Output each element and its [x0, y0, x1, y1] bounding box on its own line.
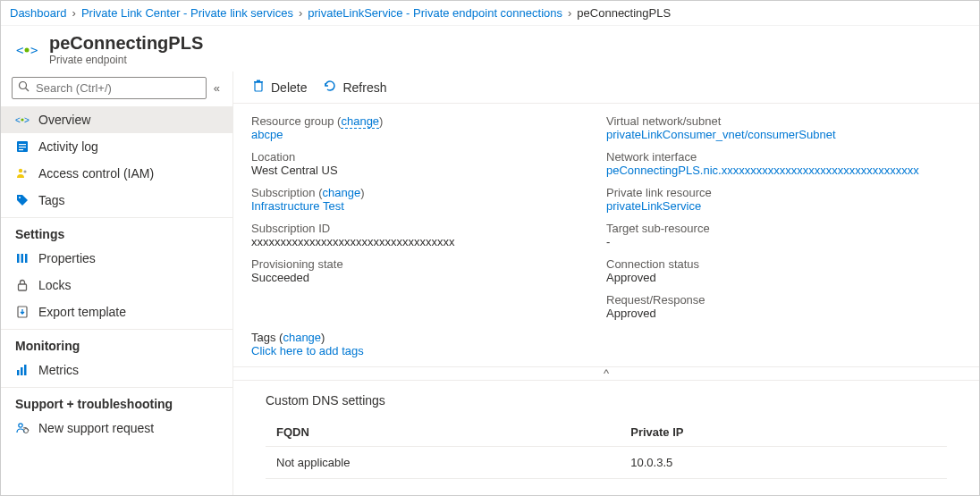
sidebar: « <> Overview Activity log Access contro… [1, 71, 233, 496]
svg-line-4 [26, 88, 30, 92]
svg-point-1 [25, 47, 30, 52]
svg-point-14 [19, 197, 21, 198]
svg-rect-21 [21, 367, 23, 375]
sidebar-section-monitoring: Monitoring [1, 329, 232, 357]
sidebar-item-properties[interactable]: Properties [1, 245, 232, 272]
subscription-change-link[interactable]: change [323, 186, 361, 199]
prop-vnet-subnet: Virtual network/subnet privateLinkConsum… [606, 114, 961, 141]
essentials-collapse-handle[interactable]: ^ [233, 366, 979, 381]
dns-col-ip: Private IP [620, 418, 947, 447]
delete-button[interactable]: Delete [251, 79, 307, 96]
nic-link[interactable]: peConnectingPLS.nic.xxxxxxxxxxxxxxxxxxxx… [606, 164, 919, 177]
dns-table: FQDN Private IP Not applicable 10.0.3.5 [266, 418, 947, 479]
sidebar-section-settings: Settings [1, 217, 232, 245]
properties-icon [15, 251, 30, 265]
toolbar: Delete Refresh [233, 71, 979, 104]
svg-point-3 [20, 82, 27, 89]
sidebar-item-label: Export template [38, 305, 126, 319]
sidebar-item-metrics[interactable]: Metrics [1, 357, 232, 383]
tags-change-link[interactable]: change [283, 331, 321, 344]
svg-point-12 [19, 169, 22, 172]
prop-connection-status: Connection status Approved [606, 257, 961, 284]
prop-resource-group: Resource group (change) abcpe [251, 114, 606, 141]
chevron-right-icon: › [299, 6, 302, 20]
svg-rect-22 [24, 365, 27, 375]
chevron-up-icon: ^ [604, 366, 609, 380]
sidebar-item-overview[interactable]: <> Overview [1, 106, 232, 133]
breadcrumb-pls[interactable]: privateLinkService - Private endpoint co… [308, 6, 562, 20]
dns-col-fqdn: FQDN [266, 418, 620, 447]
dns-fqdn-value: Not applicable [266, 447, 620, 479]
page-title: peConnectingPLS [49, 33, 203, 54]
search-input-wrap[interactable] [12, 77, 207, 99]
metrics-icon [15, 363, 30, 377]
svg-text:>: > [24, 115, 30, 125]
support-icon [15, 421, 30, 435]
svg-rect-18 [19, 284, 27, 290]
sidebar-collapse-button[interactable]: « [212, 80, 222, 97]
sidebar-item-label: Locks [38, 278, 72, 292]
private-link-resource-link[interactable]: privateLinkService [606, 199, 701, 213]
search-input[interactable] [36, 81, 200, 95]
svg-text:<: < [16, 43, 23, 57]
dns-section-title: Custom DNS settings [266, 393, 947, 408]
tags-row: Tags (change) Click here to add tags [233, 324, 979, 366]
search-icon [18, 80, 30, 96]
svg-point-23 [19, 424, 22, 427]
prop-private-link-resource: Private link resource privateLinkService [606, 186, 961, 213]
breadcrumb-dashboard[interactable]: Dashboard [10, 6, 67, 20]
access-control-icon [15, 166, 30, 181]
subscription-link[interactable]: Infrastructure Test [251, 199, 344, 213]
svg-rect-27 [257, 80, 260, 82]
page-header: < > peConnectingPLS Private endpoint [1, 26, 979, 71]
sidebar-item-activity-log[interactable]: Activity log [1, 133, 232, 160]
refresh-button[interactable]: Refresh [323, 79, 386, 96]
breadcrumb: Dashboard › Private Link Center - Privat… [1, 1, 979, 26]
private-endpoint-icon: <> [15, 113, 30, 127]
lock-icon [15, 278, 30, 292]
prop-subscription-id: Subscription ID xxxxxxxxxxxxxxxxxxxxxxxx… [251, 222, 606, 248]
svg-rect-11 [19, 149, 23, 150]
prop-request-response: Request/Response Approved [606, 293, 961, 320]
refresh-label: Refresh [342, 80, 386, 95]
resource-group-change-link[interactable]: change [341, 114, 379, 129]
add-tags-link[interactable]: Click here to add tags [251, 344, 364, 357]
svg-point-13 [23, 170, 26, 172]
svg-rect-25 [255, 82, 262, 91]
prop-subscription: Subscription (change) Infrastructure Tes… [251, 186, 606, 213]
page-subtitle: Private endpoint [49, 54, 203, 66]
chevron-right-icon: › [568, 6, 571, 20]
breadcrumb-plc[interactable]: Private Link Center - Private link servi… [81, 6, 293, 20]
sidebar-item-label: New support request [38, 421, 154, 435]
tags-icon [15, 193, 30, 207]
svg-rect-10 [19, 147, 26, 147]
delete-label: Delete [271, 80, 307, 95]
chevron-right-icon: › [72, 6, 76, 20]
svg-rect-26 [254, 81, 263, 83]
delete-icon [251, 79, 266, 96]
dns-section: Custom DNS settings FQDN Private IP Not … [233, 381, 979, 492]
sidebar-item-new-support-request[interactable]: New support request [1, 415, 232, 441]
svg-rect-15 [17, 254, 20, 263]
prop-provisioning-state: Provisioning state Succeeded [251, 257, 606, 284]
private-endpoint-icon: < > [15, 38, 38, 62]
resource-group-link[interactable]: abcpe [251, 128, 283, 141]
table-row: Not applicable 10.0.3.5 [266, 447, 947, 479]
sidebar-item-export-template[interactable]: Export template [1, 298, 232, 325]
activity-log-icon [15, 139, 30, 154]
sidebar-item-label: Access control (IAM) [38, 166, 154, 181]
properties-grid: Resource group (change) abcpe Location W… [233, 104, 979, 324]
sidebar-item-access-control[interactable]: Access control (IAM) [1, 160, 232, 187]
export-template-icon [15, 305, 30, 319]
prop-target-sub-resource: Target sub-resource - [606, 222, 961, 248]
prop-location: Location West Central US [251, 150, 606, 177]
breadcrumb-current: peConnectingPLS [577, 6, 671, 20]
sidebar-item-tags[interactable]: Tags [1, 187, 232, 214]
sidebar-item-label: Metrics [38, 363, 79, 377]
dns-ip-value: 10.0.3.5 [620, 447, 947, 479]
vnet-subnet-link[interactable]: privateLinkConsumer_vnet/consumerSubnet [606, 128, 836, 141]
sidebar-item-label: Tags [38, 193, 65, 207]
sidebar-item-locks[interactable]: Locks [1, 272, 232, 298]
svg-rect-17 [25, 254, 28, 263]
svg-rect-9 [19, 144, 26, 145]
